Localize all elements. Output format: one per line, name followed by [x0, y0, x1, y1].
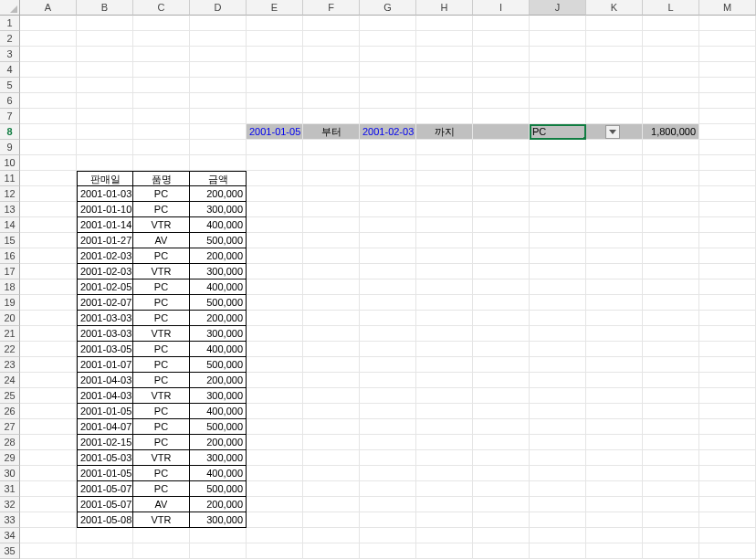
cell[interactable] [20, 512, 77, 528]
col-header-C[interactable]: C [133, 0, 190, 16]
cell[interactable] [20, 373, 77, 388]
cell[interactable] [360, 466, 416, 481]
cell[interactable] [247, 171, 303, 186]
cell[interactable] [530, 16, 586, 31]
cell[interactable] [77, 93, 133, 109]
cell[interactable] [247, 373, 303, 388]
cell[interactable] [416, 419, 473, 435]
cell[interactable] [247, 512, 303, 528]
cell[interactable] [699, 419, 756, 435]
cell[interactable] [190, 93, 247, 109]
cell[interactable] [360, 93, 416, 109]
filter-date-from[interactable]: 2001-01-05 [247, 124, 303, 140]
cell[interactable] [643, 93, 699, 109]
cell[interactable] [586, 186, 643, 202]
cell[interactable] [530, 419, 586, 435]
cell[interactable] [360, 512, 416, 528]
cell[interactable] [133, 78, 190, 93]
cell[interactable] [360, 342, 416, 357]
cell[interactable] [530, 171, 586, 186]
cell[interactable] [699, 93, 756, 109]
cell[interactable] [530, 481, 586, 497]
cell[interactable] [416, 373, 473, 388]
cell[interactable] [586, 466, 643, 481]
row-header-10[interactable]: 10 [0, 155, 20, 171]
cell[interactable] [247, 528, 303, 543]
cell[interactable] [133, 47, 190, 62]
col-header-A[interactable]: A [20, 0, 77, 16]
cell[interactable] [530, 202, 586, 217]
row-header-17[interactable]: 17 [0, 264, 20, 280]
cell[interactable] [643, 528, 699, 543]
cell[interactable] [247, 357, 303, 373]
cell[interactable] [699, 373, 756, 388]
cell[interactable] [303, 16, 360, 31]
cell[interactable] [473, 202, 530, 217]
cell[interactable] [473, 16, 530, 31]
cell[interactable] [360, 109, 416, 124]
cell[interactable] [643, 295, 699, 311]
cell[interactable] [586, 62, 643, 78]
cell[interactable] [133, 31, 190, 47]
cell[interactable] [303, 357, 360, 373]
cell[interactable] [699, 388, 756, 404]
cell[interactable] [360, 233, 416, 248]
cell[interactable] [20, 202, 77, 217]
row-header-2[interactable]: 2 [0, 31, 20, 47]
cell[interactable] [643, 404, 699, 419]
cell[interactable] [77, 16, 133, 31]
row-header-27[interactable]: 27 [0, 419, 20, 435]
cell[interactable] [416, 264, 473, 280]
cell[interactable] [473, 435, 530, 450]
cell[interactable] [247, 62, 303, 78]
cell[interactable] [20, 155, 77, 171]
cell[interactable] [303, 78, 360, 93]
cell[interactable] [530, 497, 586, 512]
cell[interactable] [473, 419, 530, 435]
cell[interactable] [699, 512, 756, 528]
cell[interactable] [247, 202, 303, 217]
cell[interactable] [190, 124, 247, 140]
cell[interactable] [360, 419, 416, 435]
row-header-29[interactable]: 29 [0, 450, 20, 466]
cell[interactable] [360, 435, 416, 450]
cell[interactable] [699, 528, 756, 543]
cell[interactable] [416, 481, 473, 497]
cell[interactable] [699, 357, 756, 373]
cell[interactable] [190, 140, 247, 155]
cell[interactable] [20, 326, 77, 342]
cell[interactable] [303, 404, 360, 419]
cell[interactable] [20, 31, 77, 47]
row-header-16[interactable]: 16 [0, 248, 20, 264]
col-header-B[interactable]: B [77, 0, 133, 16]
cell[interactable] [133, 16, 190, 31]
cell[interactable] [643, 233, 699, 248]
cell[interactable] [643, 62, 699, 78]
cell[interactable] [473, 373, 530, 388]
cell[interactable] [699, 47, 756, 62]
cell[interactable] [699, 31, 756, 47]
cell[interactable] [360, 357, 416, 373]
cell[interactable] [530, 404, 586, 419]
cell[interactable] [20, 295, 77, 311]
cell[interactable] [20, 543, 77, 559]
cell[interactable] [416, 450, 473, 466]
cell[interactable] [360, 280, 416, 295]
row-header-24[interactable]: 24 [0, 373, 20, 388]
cell[interactable] [473, 326, 530, 342]
cell[interactable] [360, 47, 416, 62]
cell[interactable] [360, 171, 416, 186]
cell[interactable] [360, 311, 416, 326]
cell[interactable] [77, 78, 133, 93]
cell[interactable] [77, 528, 133, 543]
cell[interactable] [360, 326, 416, 342]
row-header-23[interactable]: 23 [0, 357, 20, 373]
row-header-5[interactable]: 5 [0, 78, 20, 93]
cell[interactable] [247, 311, 303, 326]
cell[interactable] [586, 497, 643, 512]
cell[interactable] [586, 512, 643, 528]
cell[interactable] [586, 388, 643, 404]
cell[interactable] [530, 140, 586, 155]
cell[interactable] [303, 202, 360, 217]
cell[interactable] [699, 481, 756, 497]
